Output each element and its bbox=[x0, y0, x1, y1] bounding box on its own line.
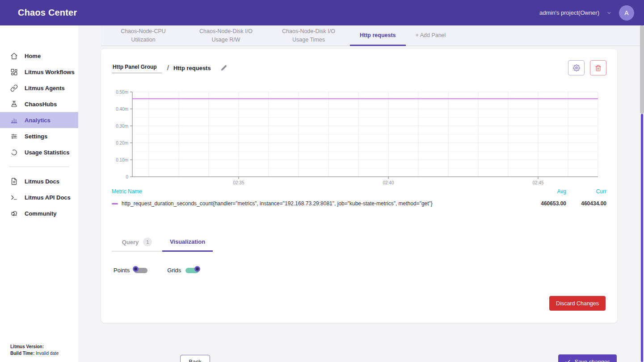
app-header: Chaos Center admin's project(Owner) A bbox=[0, 0, 644, 25]
points-toggle-group: Points bbox=[114, 267, 147, 274]
panel-settings-button[interactable] bbox=[568, 60, 585, 75]
metrics-chart: 0.50m0.40m0.30m0.20m0.10m002:3502:4002:4… bbox=[110, 87, 602, 189]
svg-text:0.50m: 0.50m bbox=[116, 90, 128, 95]
chat-icon bbox=[10, 210, 18, 217]
tab-http-requests[interactable]: Http requests bbox=[350, 25, 406, 46]
sidebar-item-chaoshubs[interactable]: ChaosHubs bbox=[0, 96, 78, 112]
panel-header: / Http requests bbox=[112, 60, 606, 76]
series-curr-value: 460434.00 bbox=[566, 200, 606, 207]
toggle-knob bbox=[133, 266, 139, 272]
document-icon bbox=[10, 178, 18, 185]
series-color-dash bbox=[112, 203, 118, 204]
sidebar-item-community[interactable]: Community bbox=[0, 205, 78, 221]
svg-text:0.10m: 0.10m bbox=[116, 158, 128, 162]
sidebar-item-label: Community bbox=[25, 210, 57, 217]
sidebar: Home Litmus Workflows Litmus Agents Chao… bbox=[0, 25, 78, 362]
tab-query[interactable]: Query 1 bbox=[112, 233, 162, 252]
gear-icon bbox=[573, 64, 580, 71]
workflows-icon bbox=[10, 68, 18, 76]
sliders-icon bbox=[10, 133, 18, 140]
editor-tabs: Query 1 Visualization bbox=[112, 233, 213, 252]
svg-text:02:40: 02:40 bbox=[383, 180, 394, 185]
legend-avg-header: Avg bbox=[530, 188, 566, 195]
tab-visualization[interactable]: Visualization bbox=[162, 233, 213, 252]
toggle-knob bbox=[194, 266, 200, 272]
sidebar-item-label: Usage Statistics bbox=[25, 149, 69, 156]
grids-toggle[interactable] bbox=[185, 268, 199, 273]
sidebar-item-analytics[interactable]: Analytics bbox=[0, 112, 78, 128]
sidebar-item-label: Home bbox=[25, 53, 41, 59]
build-time-label: Build Time: bbox=[10, 351, 34, 356]
panel-editor-card: / Http requests 0.50m0.40m0.30m0.20m0.10… bbox=[101, 49, 617, 323]
breadcrumb-separator: / bbox=[167, 64, 169, 71]
sidebar-divider bbox=[9, 166, 69, 167]
pencil-icon bbox=[221, 65, 227, 71]
project-selector-label[interactable]: admin's project(Owner) bbox=[539, 9, 599, 16]
tab-chaos-node-disk-io-usage-times[interactable]: Chaos-Node-Disk I/O Usage Times bbox=[267, 25, 350, 46]
sidebar-item-litmus-api-docs[interactable]: Litmus API Docs bbox=[0, 189, 78, 205]
sidebar-item-litmus-docs[interactable]: Litmus Docs bbox=[0, 173, 78, 189]
sidebar-item-label: ChaosHubs bbox=[25, 101, 57, 108]
svg-text:0.30m: 0.30m bbox=[116, 124, 128, 129]
panel-group-name-input[interactable] bbox=[112, 63, 162, 73]
save-changes-button[interactable]: Save changes bbox=[558, 354, 617, 362]
visualization-toggles: Points Grids bbox=[114, 267, 199, 274]
grids-toggle-label: Grids bbox=[167, 267, 181, 274]
terminal-icon bbox=[10, 194, 18, 201]
tab-chaos-node-disk-io-usage-rw[interactable]: Chaos-Node-Disk I/O Usage R/W bbox=[185, 25, 267, 46]
series-name: http_request_duration_seconds_count{hand… bbox=[122, 200, 433, 207]
sidebar-item-label: Litmus Workflows bbox=[25, 69, 75, 75]
home-icon bbox=[10, 52, 18, 60]
sidebar-item-home[interactable]: Home bbox=[0, 48, 78, 64]
chart-legend: Metric Name Avg Curr http_request_durati… bbox=[112, 188, 606, 207]
panel-name: Http requests bbox=[173, 65, 211, 71]
query-count-badge: 1 bbox=[143, 237, 152, 246]
delete-panel-button[interactable] bbox=[590, 60, 606, 75]
svg-text:02:35: 02:35 bbox=[233, 180, 244, 185]
tab-add-panel[interactable]: + Add Panel bbox=[406, 25, 456, 46]
trash-icon bbox=[595, 65, 602, 71]
svg-text:0: 0 bbox=[126, 175, 128, 179]
legend-series-row: http_request_duration_seconds_count{hand… bbox=[112, 200, 606, 207]
svg-text:0.20m: 0.20m bbox=[116, 141, 128, 146]
litmus-version-label: Litmus Version: bbox=[10, 344, 44, 349]
build-time-value: Invalid date bbox=[34, 351, 59, 356]
sidebar-item-settings[interactable]: Settings bbox=[0, 128, 78, 144]
bar-chart-icon bbox=[10, 117, 18, 124]
check-icon bbox=[565, 359, 571, 362]
sidebar-item-label: Analytics bbox=[25, 117, 51, 124]
svg-text:02:45: 02:45 bbox=[532, 180, 543, 185]
points-toggle-label: Points bbox=[114, 267, 130, 274]
svg-text:0.40m: 0.40m bbox=[116, 107, 128, 112]
sidebar-item-label: Litmus Agents bbox=[25, 85, 65, 92]
grids-toggle-group: Grids bbox=[167, 267, 199, 274]
series-avg-value: 460653.00 bbox=[530, 200, 566, 207]
sidebar-footer: Litmus Version: Build Time: Invalid date bbox=[10, 344, 59, 357]
inner-scrollbar-thumb[interactable] bbox=[641, 114, 643, 362]
legend-metric-name-header: Metric Name bbox=[112, 188, 530, 195]
main-content: Chaos-Node-CPU Utilization Chaos-Node-Di… bbox=[78, 25, 644, 362]
edit-panel-name-button[interactable] bbox=[221, 65, 227, 71]
chevron-down-icon[interactable] bbox=[606, 10, 612, 16]
sidebar-item-litmus-workflows[interactable]: Litmus Workflows bbox=[0, 64, 78, 80]
flask-icon bbox=[10, 100, 18, 108]
points-toggle[interactable] bbox=[134, 268, 147, 273]
link-icon bbox=[10, 84, 18, 92]
metrics-chart-container: 0.50m0.40m0.30m0.20m0.10m002:3502:4002:4… bbox=[110, 87, 602, 191]
discard-changes-button[interactable]: Discard Changes bbox=[549, 296, 606, 311]
scrollbar-thumb[interactable] bbox=[640, 25, 644, 114]
avatar[interactable]: A bbox=[619, 5, 634, 21]
sidebar-item-label: Litmus Docs bbox=[25, 178, 59, 185]
sidebar-item-label: Litmus API Docs bbox=[25, 194, 71, 201]
back-button[interactable]: Back bbox=[180, 355, 210, 362]
sidebar-item-label: Settings bbox=[25, 133, 47, 140]
panel-tabbar: Chaos-Node-CPU Utilization Chaos-Node-Di… bbox=[101, 25, 644, 46]
sidebar-item-usage-statistics[interactable]: Usage Statistics bbox=[0, 144, 78, 160]
legend-curr-header: Curr bbox=[566, 188, 606, 195]
tab-chaos-node-cpu-utilization[interactable]: Chaos-Node-CPU Utilization bbox=[102, 25, 185, 46]
app-title: Chaos Center bbox=[18, 8, 77, 18]
loader-icon bbox=[10, 149, 18, 156]
sidebar-item-litmus-agents[interactable]: Litmus Agents bbox=[0, 80, 78, 96]
